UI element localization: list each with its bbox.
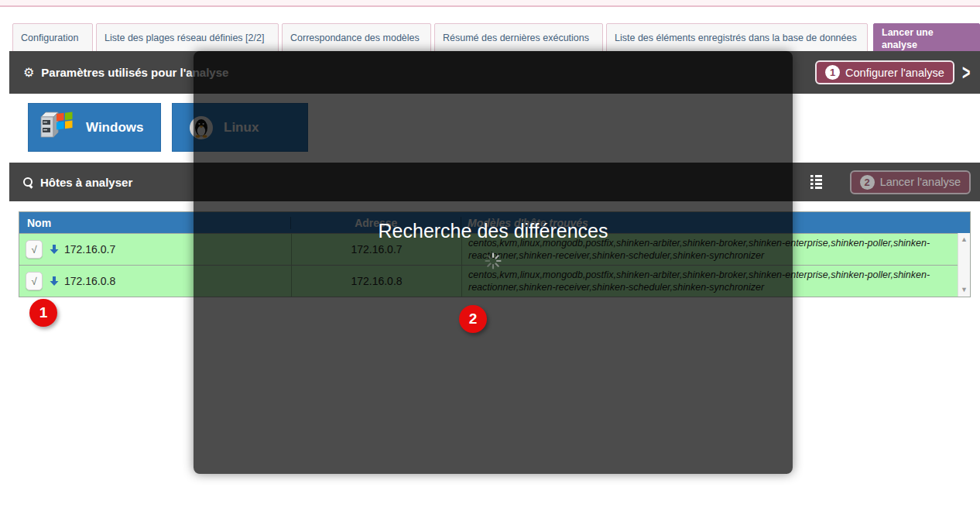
configure-analysis-button[interactable]: 1 Configurer l'analyse (815, 60, 954, 84)
annotation-badge-1: 1 (29, 299, 57, 327)
windows-logo-icon (39, 109, 75, 146)
tab-label: Liste des éléments enregistrés dans la b… (615, 32, 857, 44)
tab-label: Correspondance des modèles (290, 32, 420, 44)
tab-launch-analysis[interactable]: Lancer une analyse (873, 23, 980, 54)
busy-message: Recherche des différences (194, 220, 793, 269)
annotation-number: 2 (469, 310, 478, 328)
step-2-badge: 2 (860, 175, 875, 190)
check-icon: √ (31, 244, 36, 256)
check-icon: √ (31, 276, 36, 287)
configure-analysis-label: Configurer l'analyse (845, 67, 944, 79)
tab-last-executions[interactable]: Résumé des dernières exécutions (434, 23, 603, 53)
annotation-number: 1 (39, 304, 48, 321)
host-name: 172.16.0.8 (64, 275, 115, 287)
tab-label: Configuration (21, 32, 78, 44)
gear-icon: ⚙ (23, 67, 34, 79)
tab-label: Lancer une analyse (882, 26, 971, 51)
busy-message-text: Recherche des différences (379, 220, 608, 242)
validated-check-button[interactable]: √ (26, 240, 43, 259)
chevron-right-icon[interactable]: > (962, 60, 970, 84)
windows-button-label: Windows (86, 120, 143, 136)
discovery-page: Configuration Liste des plages réseau dé… (0, 0, 980, 518)
launch-analysis-button[interactable]: 2 Lancer l'analyse (850, 170, 971, 194)
tab-configuration[interactable]: Configuration (12, 23, 93, 53)
busy-overlay: Recherche des différences (194, 51, 793, 474)
table-scrollbar[interactable]: ▲ ▼ (958, 233, 970, 297)
validated-check-button[interactable]: √ (26, 272, 43, 290)
tab-label: Résumé des dernières exécutions (443, 32, 589, 44)
down-arrow-icon[interactable] (49, 244, 60, 255)
scroll-up-icon[interactable]: ▲ (961, 236, 968, 243)
step-1-badge: 1 (825, 65, 840, 80)
tab-template-matching[interactable]: Correspondance des modèles (282, 23, 431, 53)
tab-network-ranges[interactable]: Liste des plages réseau définies [2/2] (96, 23, 279, 53)
windows-os-button[interactable]: Windows (28, 103, 161, 152)
tab-bar: Configuration Liste des plages réseau dé… (12, 23, 980, 53)
host-name: 172.16.0.7 (64, 243, 115, 256)
list-icon[interactable] (810, 175, 822, 190)
annotation-badge-2: 2 (459, 305, 487, 333)
loading-spinner-icon (485, 252, 502, 269)
launch-analysis-label: Lancer l'analyse (880, 176, 961, 188)
down-arrow-icon[interactable] (49, 276, 60, 286)
tab-database-elements[interactable]: Liste des éléments enregistrés dans la b… (606, 23, 868, 53)
scroll-down-icon[interactable]: ▼ (961, 286, 968, 293)
search-icon (23, 177, 33, 187)
tab-label: Liste des plages réseau définies [2/2] (105, 32, 264, 44)
top-accent-strip (0, 0, 980, 7)
